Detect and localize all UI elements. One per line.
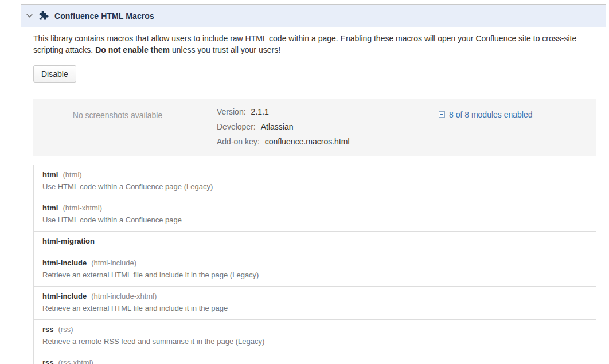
module-row: rss(rss) Retrieve a remote RSS feed and … bbox=[34, 319, 596, 353]
module-title-line: html(html) bbox=[42, 170, 587, 179]
module-name: html-include bbox=[42, 292, 87, 300]
plugin-puzzle-icon bbox=[39, 11, 49, 21]
addon-header-row[interactable]: Confluence HTML Macros bbox=[21, 5, 606, 27]
module-name: html bbox=[42, 170, 58, 179]
module-name: rss bbox=[42, 325, 54, 334]
version-label: Version: bbox=[217, 107, 246, 116]
module-row: rss(rss-xhtml) bbox=[34, 353, 596, 364]
addon-info-panel: No screenshots available Version:2.1.1 D… bbox=[33, 99, 596, 156]
module-title-line: rss(rss-xhtml) bbox=[42, 358, 587, 364]
module-row: html(html) Use HTML code within a Conflu… bbox=[34, 165, 596, 198]
module-description: Use HTML code within a Confluence page bbox=[42, 216, 587, 224]
collapse-minus-icon[interactable] bbox=[439, 111, 445, 118]
no-screenshots-text: No screenshots available bbox=[73, 111, 162, 120]
module-title-line: html(html-xhtml) bbox=[42, 203, 587, 213]
version-row: Version:2.1.1 bbox=[217, 107, 430, 117]
version-value: 2.1.1 bbox=[251, 107, 269, 116]
addon-title: Confluence HTML Macros bbox=[54, 11, 154, 21]
developer-value: Atlassian bbox=[261, 122, 294, 131]
module-name: html bbox=[42, 203, 58, 212]
developer-row: Developer:Atlassian bbox=[217, 122, 430, 132]
addon-key-label: Add-on key: bbox=[217, 137, 260, 146]
module-title-line: rss(rss) bbox=[42, 325, 587, 334]
module-description: Retrieve a remote RSS feed and summarise… bbox=[42, 337, 587, 346]
module-row: html-include(html-include-xhtml) Retriev… bbox=[34, 286, 596, 319]
module-key: (rss) bbox=[58, 325, 73, 334]
addon-key-value: confluence.macros.html bbox=[265, 137, 350, 146]
module-key: (html-include) bbox=[91, 259, 136, 267]
module-row: html-include(html-include) Retrieve an e… bbox=[34, 253, 596, 286]
module-name: rss bbox=[42, 358, 54, 364]
module-key: (html) bbox=[63, 170, 81, 179]
addon-key-row: Add-on key:confluence.macros.html bbox=[217, 137, 430, 147]
module-key: (rss-xhtml) bbox=[58, 358, 93, 364]
module-description: Retrieve an external HTML file and inclu… bbox=[42, 271, 587, 279]
module-key: (html-include-xhtml) bbox=[91, 292, 157, 300]
module-description: Retrieve an external HTML file and inclu… bbox=[42, 304, 587, 312]
modules-toggle-label: 8 of 8 modules enabled bbox=[449, 110, 533, 119]
addon-expanded-panel: Confluence HTML Macros This library cont… bbox=[21, 4, 606, 364]
module-description: Use HTML code within a Confluence page (… bbox=[42, 182, 587, 191]
module-list: html(html) Use HTML code within a Conflu… bbox=[33, 165, 596, 364]
chevron-down-icon[interactable] bbox=[26, 14, 33, 18]
description-warning-bold: Do not enable them bbox=[95, 45, 170, 54]
modules-toggle-link[interactable]: 8 of 8 modules enabled bbox=[439, 110, 533, 119]
module-name: html-migration bbox=[42, 237, 95, 245]
disable-button[interactable]: Disable bbox=[33, 65, 76, 83]
addon-description: This library contains macros that allow … bbox=[33, 33, 596, 56]
addon-details-body: This library contains macros that allow … bbox=[21, 33, 606, 364]
module-row: html(html-xhtml) Use HTML code within a … bbox=[34, 198, 596, 231]
module-name: html-include bbox=[42, 259, 87, 267]
developer-label: Developer: bbox=[217, 122, 256, 131]
modules-column: 8 of 8 modules enabled bbox=[430, 99, 596, 156]
module-title-line: html-migration bbox=[42, 237, 587, 246]
details-column: Version:2.1.1 Developer:Atlassian Add-on… bbox=[202, 99, 430, 156]
screenshots-column: No screenshots available bbox=[33, 99, 202, 156]
module-key: (html-xhtml) bbox=[63, 203, 102, 212]
module-title-line: html-include(html-include) bbox=[42, 259, 587, 268]
plugin-list-left-border bbox=[1, 0, 1, 364]
description-text-after: unless you trust all your users! bbox=[170, 45, 280, 54]
module-title-line: html-include(html-include-xhtml) bbox=[42, 292, 587, 301]
module-row: html-migration bbox=[34, 231, 596, 253]
